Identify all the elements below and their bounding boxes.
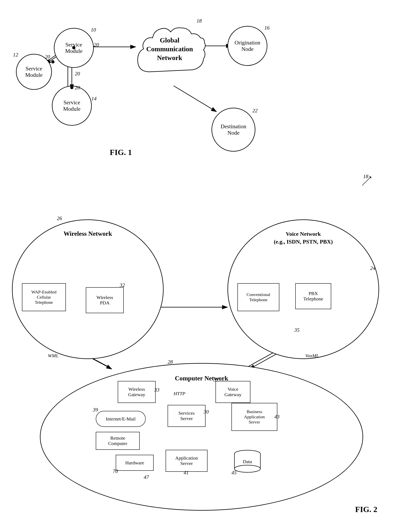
voice-network-label: Voice Network(e.g., ISDN, PSTN, PBX) (228, 230, 378, 245)
ref-33: 33 (154, 387, 159, 393)
remote-computer-box: RemoteComputer (96, 432, 140, 450)
conventional-telephone-box: ConventionalTelephone (237, 283, 279, 311)
ref-45: 45 (231, 470, 237, 476)
ref-26: 26 (57, 215, 62, 221)
ref-41: 41 (184, 470, 189, 476)
dot-sm12 (51, 60, 54, 63)
services-server-box: ServicesServer (168, 405, 206, 427)
hardware-box: Hardware (116, 455, 154, 471)
ref18-arrow-fig2 (358, 174, 374, 190)
cloud-gcn: GlobalCommunicationNetwork (132, 20, 208, 84)
wap-cellular-box: WAP-EnabledCellularTelephone (22, 283, 66, 311)
ref-16: 16 (264, 25, 270, 31)
ref-22: 22 (252, 108, 258, 114)
data-cylinder: Data (232, 449, 262, 473)
ref-30: 30 (203, 409, 209, 415)
dot-sm14 (70, 86, 73, 89)
fig2-label: FIG. 2 (355, 505, 377, 514)
ref-39: 39 (93, 407, 98, 413)
ref-47: 47 (144, 474, 149, 480)
ref-24: 24 (370, 265, 375, 271)
ref-70: 70 (113, 468, 118, 474)
ref-37: 37 (213, 377, 219, 383)
arrow-label-20c: 20 (75, 71, 80, 77)
business-app-server-box: BusinessApplicationServer (231, 403, 277, 431)
ref-43: 43 (274, 414, 280, 420)
arrow-label-20a: 20 (94, 42, 99, 48)
ref-18-fig1: 18 (197, 18, 202, 24)
application-server-box: ApplicationServer (166, 450, 208, 472)
service-module-14: ServiceModule (52, 86, 92, 126)
diagram-area: GlobalCommunicationNetwork 18 ServiceMod… (0, 0, 420, 524)
destination-node-22: DestinationNode (211, 108, 255, 152)
wireless-pda-box: WirelessPDA (86, 287, 124, 313)
ref-32: 32 (120, 282, 125, 288)
svg-text:Data: Data (243, 459, 252, 464)
svg-line-5 (174, 86, 217, 112)
ref-14: 14 (91, 96, 96, 102)
ref-10: 10 (91, 27, 96, 33)
dot-sm10 (72, 46, 75, 49)
arrow-label-20b: 20 (45, 54, 50, 60)
pbx-telephone-box: PBXTelephone (295, 283, 331, 309)
wireless-network-label: Wireless Network (13, 230, 163, 237)
fig1-label: FIG. 1 (110, 148, 132, 157)
voice-gateway-box: VoiceGateway (216, 381, 250, 403)
voxML-label: VoxML (305, 353, 319, 358)
svg-point-33 (235, 465, 260, 472)
wireless-gateway-box: WirelessGateway (118, 381, 156, 403)
origination-node-16: OriginationNode (228, 26, 267, 66)
wml-label: WML (48, 353, 59, 358)
internet-email-box: Internet/E-Mail (96, 411, 146, 427)
ref-12: 12 (13, 52, 18, 58)
gcn-label: GlobalCommunicationNetwork (140, 36, 200, 62)
ref-28: 28 (168, 359, 173, 365)
computer-network-label: Computer Network (41, 375, 363, 382)
svg-line-35 (362, 177, 370, 185)
arrow-label-20d: 20 (75, 85, 80, 91)
computer-network-28: Computer Network (40, 363, 363, 511)
ref-35: 35 (294, 327, 299, 333)
http-label: HTTP (174, 391, 185, 396)
